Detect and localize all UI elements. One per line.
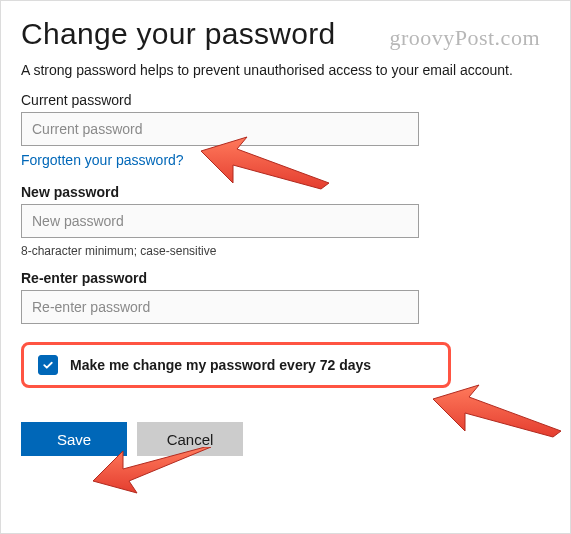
reenter-password-input[interactable]: [21, 290, 419, 324]
save-button[interactable]: Save: [21, 422, 127, 456]
button-row: Save Cancel: [21, 422, 550, 456]
reminder-checkbox[interactable]: [38, 355, 58, 375]
password-hint: 8-character minimum; case-sensitive: [21, 244, 550, 258]
current-password-label: Current password: [21, 92, 550, 108]
new-password-input[interactable]: [21, 204, 419, 238]
current-password-input[interactable]: [21, 112, 419, 146]
reminder-label: Make me change my password every 72 days: [70, 357, 371, 373]
description-text: A strong password helps to prevent unaut…: [21, 62, 550, 78]
reenter-password-label: Re-enter password: [21, 270, 550, 286]
change-password-page: groovyPost.com Change your password A st…: [0, 0, 571, 534]
reminder-callout: Make me change my password every 72 days: [21, 342, 451, 388]
new-password-label: New password: [21, 184, 550, 200]
cancel-button[interactable]: Cancel: [137, 422, 243, 456]
watermark: groovyPost.com: [389, 25, 540, 51]
checkmark-icon: [42, 359, 54, 371]
forgot-password-link[interactable]: Forgotten your password?: [21, 152, 184, 168]
